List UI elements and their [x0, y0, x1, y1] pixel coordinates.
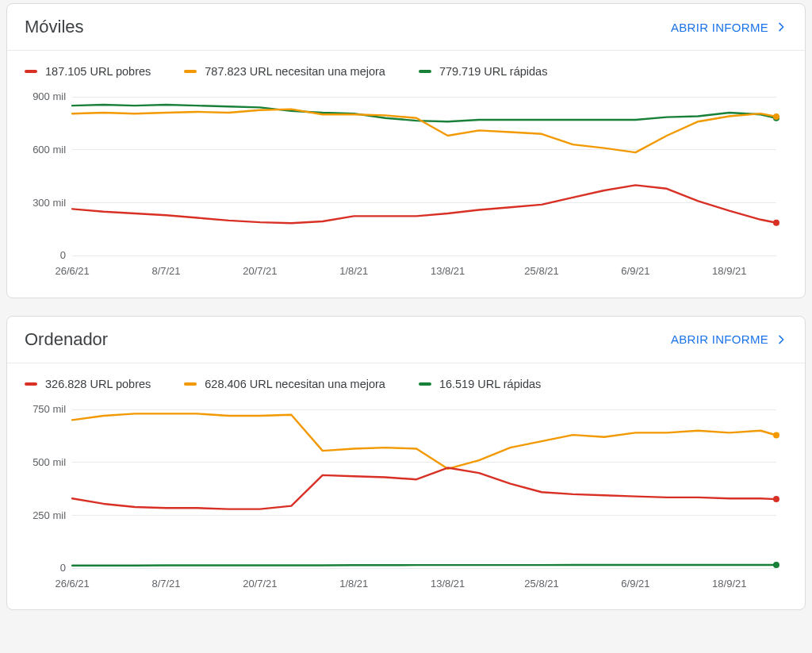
legend-text: 787.823 URL necesitan una mejora — [205, 65, 385, 78]
svg-text:25/8/21: 25/8/21 — [524, 265, 558, 277]
line-chart-ordenador: 0250 mil500 mil750 mil26/6/218/7/2120/7/… — [25, 401, 787, 593]
open-report-label: ABRIR INFORME — [671, 332, 768, 346]
svg-text:26/6/21: 26/6/21 — [55, 265, 89, 277]
svg-text:13/8/21: 13/8/21 — [431, 265, 465, 277]
card-ordenador: Ordenador ABRIR INFORME 326.828 URL pobr… — [6, 316, 806, 611]
line-chart-moviles: 0300 mil600 mil900 mil26/6/218/7/2120/7/… — [25, 89, 787, 280]
card-moviles: Móviles ABRIR INFORME 187.105 URL pobres… — [6, 3, 806, 298]
legend-text: 187.105 URL pobres — [45, 65, 151, 78]
svg-text:750 mil: 750 mil — [33, 403, 66, 415]
svg-text:26/6/21: 26/6/21 — [55, 578, 89, 590]
chevron-right-icon — [775, 21, 787, 33]
svg-text:1/8/21: 1/8/21 — [339, 578, 368, 590]
svg-text:8/7/21: 8/7/21 — [151, 578, 180, 590]
card-title: Ordenador — [25, 329, 108, 350]
legend-text: 628.406 URL necesitan una mejora — [205, 378, 385, 390]
swatch-needs — [184, 382, 197, 386]
open-report-button[interactable]: ABRIR INFORME — [671, 332, 787, 346]
svg-text:20/7/21: 20/7/21 — [243, 265, 277, 277]
svg-text:18/9/21: 18/9/21 — [712, 265, 746, 277]
svg-text:600 mil: 600 mil — [33, 144, 66, 156]
svg-text:900 mil: 900 mil — [33, 90, 66, 102]
svg-text:6/9/21: 6/9/21 — [621, 578, 649, 590]
chart-area: 0250 mil500 mil750 mil26/6/218/7/2120/7/… — [7, 398, 805, 610]
legend: 326.828 URL pobres 628.406 URL necesitan… — [7, 363, 805, 398]
card-header: Móviles ABRIR INFORME — [7, 4, 805, 51]
legend-item-poor[interactable]: 187.105 URL pobres — [25, 65, 151, 78]
chevron-right-icon — [775, 333, 787, 346]
svg-point-18 — [773, 220, 779, 226]
svg-point-17 — [773, 113, 779, 120]
svg-text:13/8/21: 13/8/21 — [431, 578, 465, 590]
swatch-needs — [184, 70, 197, 73]
svg-point-36 — [773, 496, 779, 502]
swatch-poor — [25, 382, 37, 386]
svg-text:250 mil: 250 mil — [33, 509, 66, 520]
svg-text:500 mil: 500 mil — [33, 455, 66, 467]
svg-text:0: 0 — [60, 249, 66, 261]
open-report-button[interactable]: ABRIR INFORME — [671, 21, 787, 34]
open-report-label: ABRIR INFORME — [671, 21, 768, 34]
svg-point-37 — [773, 562, 779, 568]
chart-area: 0300 mil600 mil900 mil26/6/218/7/2120/7/… — [7, 86, 805, 298]
svg-text:18/9/21: 18/9/21 — [712, 578, 746, 590]
svg-text:8/7/21: 8/7/21 — [151, 265, 180, 277]
svg-text:300 mil: 300 mil — [33, 197, 66, 209]
svg-text:6/9/21: 6/9/21 — [621, 265, 649, 277]
legend-item-needs[interactable]: 628.406 URL necesitan una mejora — [184, 378, 385, 390]
svg-point-35 — [773, 432, 779, 438]
legend-item-fast[interactable]: 779.719 URL rápidas — [419, 65, 548, 78]
legend-text: 326.828 URL pobres — [45, 378, 151, 390]
legend-item-needs[interactable]: 787.823 URL necesitan una mejora — [184, 65, 385, 78]
legend-item-fast[interactable]: 16.519 URL rápidas — [419, 378, 541, 390]
svg-text:1/8/21: 1/8/21 — [339, 265, 368, 277]
legend-item-poor[interactable]: 326.828 URL pobres — [25, 378, 151, 390]
legend-text: 16.519 URL rápidas — [439, 378, 541, 390]
svg-text:25/8/21: 25/8/21 — [524, 578, 558, 590]
svg-text:0: 0 — [60, 562, 66, 574]
swatch-poor — [25, 70, 37, 73]
card-title: Móviles — [25, 17, 84, 37]
swatch-fast — [419, 70, 431, 73]
legend-text: 779.719 URL rápidas — [439, 65, 548, 78]
svg-text:20/7/21: 20/7/21 — [243, 578, 277, 590]
card-header: Ordenador ABRIR INFORME — [7, 317, 805, 363]
swatch-fast — [419, 382, 431, 386]
legend: 187.105 URL pobres 787.823 URL necesitan… — [7, 51, 805, 86]
